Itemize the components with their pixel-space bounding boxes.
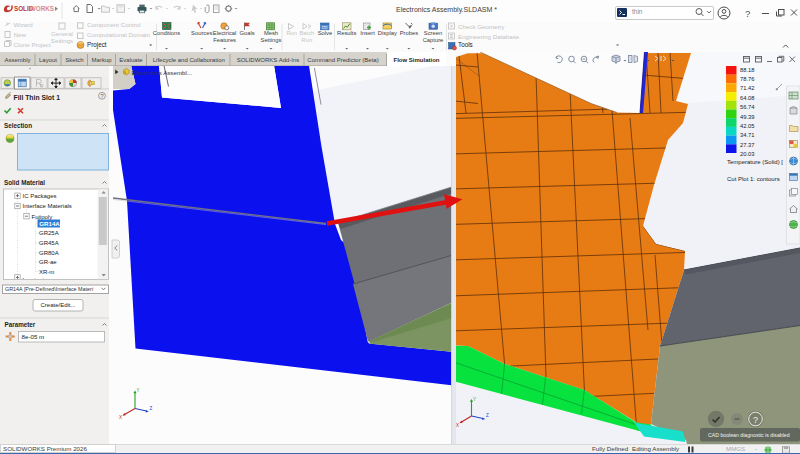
svg-text:?: ? [745, 8, 750, 19]
svg-text:Electrical: Electrical [213, 30, 237, 36]
svg-text:Create/Edit...: Create/Edit... [40, 302, 75, 308]
svg-text:GR14A: GR14A [39, 220, 60, 227]
svg-text:Results: Results [337, 30, 356, 36]
svg-text:Insert: Insert [360, 30, 375, 36]
svg-text:IC Packages: IC Packages [23, 193, 57, 199]
svg-text:GR80A: GR80A [39, 250, 59, 256]
svg-text:Interface Materials: Interface Materials [23, 203, 72, 209]
svg-text:Solid Material: Solid Material [4, 179, 45, 186]
svg-text:Z: Z [150, 406, 153, 411]
svg-text:Fujipoly: Fujipoly [32, 214, 53, 220]
svg-text:CAD boolean diagnostic is disa: CAD boolean diagnostic is disabled [708, 432, 790, 438]
svg-text:Run: Run [286, 30, 297, 36]
svg-text:42.05: 42.05 [740, 123, 755, 129]
svg-text:New: New [14, 31, 27, 38]
svg-text:Batch: Batch [299, 30, 314, 36]
svg-text:Screen: Screen [424, 30, 442, 36]
svg-text:Z: Z [486, 413, 489, 418]
svg-text:Electronics Assembl...: Electronics Assembl... [132, 69, 193, 76]
svg-text:Settings: Settings [261, 37, 282, 43]
svg-text:Lifecycle and Collaboration: Lifecycle and Collaboration [153, 57, 225, 63]
svg-text:Markup: Markup [92, 57, 113, 63]
svg-text:Command Predictor (Beta): Command Predictor (Beta) [307, 57, 378, 63]
svg-text:78.76: 78.76 [740, 76, 755, 82]
svg-text:88.18: 88.18 [740, 67, 755, 73]
svg-text:Fill Thin Slot 1: Fill Thin Slot 1 [14, 94, 61, 101]
svg-text:Solve: Solve [318, 30, 333, 36]
svg-text:34.71: 34.71 [740, 132, 755, 138]
svg-text:GR-ae: GR-ae [39, 259, 57, 265]
svg-text:General: General [51, 30, 73, 37]
svg-text:Project: Project [87, 41, 107, 49]
svg-text:GR14A [Pre-Defined\Interface M: GR14A [Pre-Defined\Interface Materi [5, 286, 93, 292]
svg-text:Flow Simulation: Flow Simulation [394, 57, 440, 63]
svg-text:XR-m: XR-m [39, 269, 54, 275]
svg-text:Y: Y [137, 388, 140, 393]
svg-text:Evaluate: Evaluate [119, 57, 143, 63]
svg-text:Features: Features [213, 37, 236, 43]
svg-text:8e-05 m: 8e-05 m [22, 333, 45, 340]
svg-text:Settings: Settings [51, 37, 73, 44]
svg-text:Layout: Layout [39, 57, 57, 63]
svg-text:49.39: 49.39 [740, 114, 755, 120]
svg-text:Parameter: Parameter [5, 321, 36, 328]
svg-text:Mesh: Mesh [264, 30, 278, 36]
svg-text:X: X [119, 415, 122, 420]
svg-text:Selection: Selection [4, 122, 32, 129]
svg-text:Wizard: Wizard [14, 22, 34, 28]
svg-text:Temperature (Solid) [: Temperature (Solid) [ [727, 159, 783, 165]
svg-text:64.08: 64.08 [740, 95, 755, 101]
svg-text:Conditions: Conditions [153, 30, 180, 36]
svg-text:GR25A: GR25A [39, 230, 59, 236]
svg-text:GR45A: GR45A [39, 240, 59, 246]
svg-text:Goals: Goals [240, 30, 255, 36]
svg-text:20.03: 20.03 [740, 151, 755, 157]
svg-text:27.37: 27.37 [740, 142, 755, 148]
svg-text:Probes: Probes [400, 30, 418, 36]
svg-text:Sources: Sources [191, 30, 212, 36]
svg-text:56.74: 56.74 [740, 104, 755, 110]
svg-text:Check Geometry: Check Geometry [458, 23, 505, 30]
svg-text:Y: Y [473, 397, 476, 402]
svg-text:71.42: 71.42 [740, 85, 755, 91]
svg-text:Capture: Capture [423, 37, 444, 43]
svg-text:Clone Project: Clone Project [14, 41, 51, 48]
svg-text:?: ? [100, 93, 103, 99]
svg-text:Display: Display [378, 30, 397, 36]
svg-text:Run: Run [302, 37, 313, 43]
svg-text:X: X [456, 423, 459, 428]
svg-text:Tools: Tools [458, 41, 473, 48]
svg-text:Sketch: Sketch [65, 57, 83, 63]
svg-text:SOLIDWORKS Add-Ins: SOLIDWORKS Add-Ins [237, 57, 300, 63]
svg-text:WORKS: WORKS [30, 5, 54, 12]
svg-text:Cut Plot 1: contours: Cut Plot 1: contours [727, 176, 780, 182]
svg-text:Component Control: Component Control [87, 22, 141, 28]
svg-text:Assembly: Assembly [4, 57, 30, 63]
svg-text:?: ? [753, 415, 758, 425]
svg-text:Engineering Database: Engineering Database [458, 33, 520, 40]
